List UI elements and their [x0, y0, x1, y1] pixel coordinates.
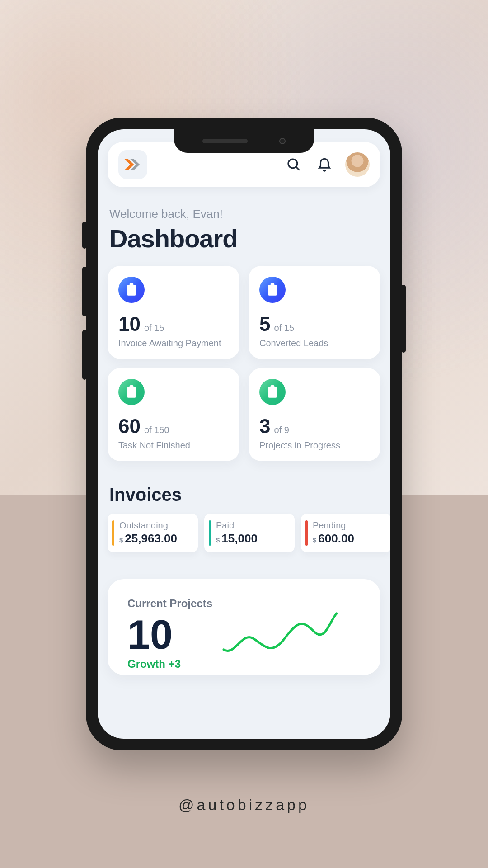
stat-label: Task Not Finished — [118, 439, 229, 451]
invoice-currency: $ — [216, 536, 220, 544]
stat-card-converted-leads[interactable]: 5of 15 Converted Leads — [249, 266, 380, 359]
phone-side-button — [82, 330, 87, 380]
stat-card-projects-in-progress[interactable]: 3of 9 Projects in Progress — [249, 368, 380, 461]
invoice-label: Outstanding — [119, 520, 191, 531]
svg-point-0 — [288, 159, 297, 168]
page-title: Dashboard — [109, 224, 379, 253]
invoice-label: Paid — [216, 520, 287, 531]
phone-side-button — [82, 222, 87, 249]
phone-camera — [279, 138, 286, 144]
invoice-label: Pending — [313, 520, 384, 531]
stat-value: 5 — [259, 313, 270, 335]
search-icon — [286, 157, 301, 172]
invoice-card-paid[interactable]: Paid $15,000 — [204, 514, 295, 552]
search-button[interactable] — [285, 156, 303, 174]
phone-frame: Welcome back, Evan! Dashboard 10of 15 In… — [86, 118, 402, 750]
svg-rect-4 — [268, 285, 277, 296]
current-projects-card[interactable]: Current Projects 10 Growth +3 — [108, 579, 380, 675]
phone-notch — [174, 129, 314, 153]
stat-card-invoice-awaiting[interactable]: 10of 15 Invoice Awaiting Payment — [108, 266, 239, 359]
stat-of: of 150 — [144, 425, 169, 435]
projects-title: Current Projects — [127, 597, 212, 610]
clipboard-icon — [259, 379, 286, 405]
svg-rect-9 — [271, 385, 275, 388]
avatar[interactable] — [345, 152, 370, 177]
invoice-amount: 15,000 — [221, 532, 258, 545]
stat-value: 3 — [259, 415, 270, 438]
invoice-amount: 600.00 — [318, 532, 354, 545]
stat-of: of 9 — [274, 425, 289, 435]
stat-label: Projects in Progress — [259, 439, 370, 451]
notifications-button[interactable] — [315, 156, 333, 174]
stat-card-task-not-finished[interactable]: 60of 150 Task Not Finished — [108, 368, 239, 461]
stat-value: 60 — [118, 415, 141, 438]
stat-label: Invoice Awaiting Payment — [118, 337, 229, 349]
clipboard-icon — [118, 379, 145, 405]
stat-label: Converted Leads — [259, 337, 370, 349]
bell-icon — [317, 157, 332, 172]
projects-growth: Growth +3 — [127, 658, 212, 670]
stats-grid: 10of 15 Invoice Awaiting Payment 5of 15 … — [108, 266, 380, 461]
svg-rect-8 — [268, 387, 277, 398]
app-logo-icon — [124, 158, 142, 171]
greeting-text: Welcome back, Evan! — [109, 207, 379, 221]
footer-handle: @autobizzapp — [0, 796, 488, 868]
invoice-card-pending[interactable]: Pending $600.00 — [301, 514, 390, 552]
phone-speaker — [202, 139, 248, 143]
stat-value: 10 — [118, 313, 141, 335]
projects-sparkline — [221, 597, 361, 670]
invoices-heading: Invoices — [109, 485, 379, 505]
app-logo[interactable] — [118, 150, 147, 179]
svg-rect-3 — [130, 283, 134, 286]
svg-rect-2 — [127, 285, 136, 296]
invoice-amount: 25,963.00 — [125, 532, 177, 545]
invoice-currency: $ — [313, 536, 316, 544]
stat-of: of 15 — [144, 323, 164, 333]
invoice-currency: $ — [119, 536, 123, 544]
invoice-card-outstanding[interactable]: Outstanding $25,963.00 — [108, 514, 198, 552]
svg-rect-5 — [271, 283, 275, 286]
clipboard-icon — [118, 277, 145, 303]
svg-rect-7 — [130, 385, 134, 388]
stat-of: of 15 — [274, 323, 294, 333]
invoices-row[interactable]: Outstanding $25,963.00 Paid $15,000 Pend… — [108, 514, 380, 552]
svg-line-1 — [296, 167, 300, 170]
svg-rect-6 — [127, 387, 136, 398]
projects-value: 10 — [127, 614, 212, 655]
phone-side-button — [82, 267, 87, 316]
phone-side-button — [401, 285, 406, 353]
app-content: Welcome back, Evan! Dashboard 10of 15 In… — [98, 129, 390, 675]
clipboard-icon — [259, 277, 286, 303]
phone-screen: Welcome back, Evan! Dashboard 10of 15 In… — [98, 129, 390, 739]
